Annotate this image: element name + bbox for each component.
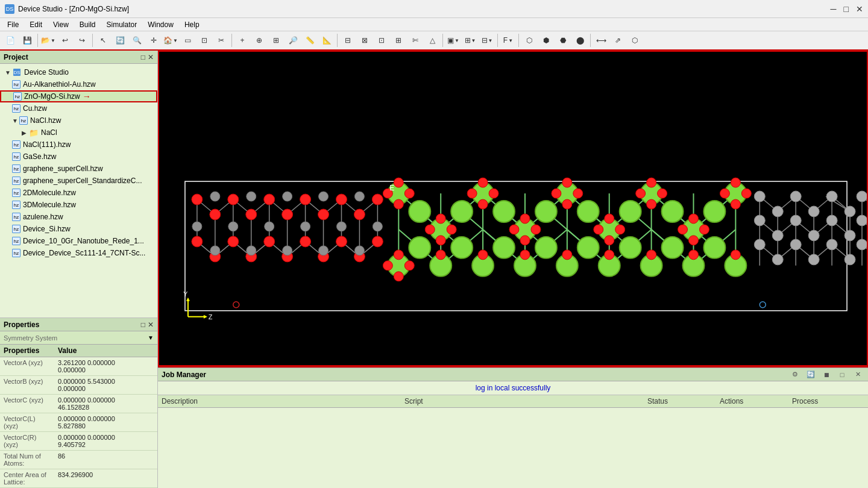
tb-render[interactable]: ⊟▼ <box>479 33 495 48</box>
jm-refresh-btn[interactable]: 🔄 <box>804 368 817 381</box>
svg-point-248 <box>857 215 867 226</box>
menu-simulator[interactable]: Simulator <box>102 20 142 30</box>
symmetry-dropdown[interactable]: Symmetry System ▼ <box>0 331 157 345</box>
tb-center[interactable]: 🏠▼ <box>163 33 178 48</box>
svg-point-47 <box>264 236 275 247</box>
project-expand-button[interactable]: □ <box>141 53 145 61</box>
tb-dist[interactable]: 📏 <box>302 33 318 48</box>
project-close-button[interactable]: ✕ <box>148 53 154 61</box>
tb-cell[interactable]: ▣▼ <box>445 33 461 48</box>
prop-row-vectorc: VectorC (xyz) 0.000000 0.00000046.152828 <box>0 395 157 413</box>
svg-point-123 <box>451 201 473 222</box>
tb-miller[interactable]: △ <box>424 33 440 48</box>
svg-point-129 <box>703 201 725 222</box>
tb-rotate[interactable]: 🔄 <box>112 33 128 48</box>
tb-bond4[interactable]: ⬤ <box>572 33 588 48</box>
properties-close-button[interactable]: ✕ <box>148 321 154 329</box>
file-icon-devsc: hz <box>12 249 20 257</box>
tb-connect[interactable]: ⬡ <box>627 33 643 48</box>
tb-add-atom[interactable]: + <box>234 33 250 48</box>
jm-settings-btn[interactable]: ⚙ <box>788 368 802 381</box>
tree-toggle-nacl-folder[interactable]: ▶ <box>22 130 29 136</box>
tb-open[interactable]: 📂▼ <box>40 33 56 48</box>
svg-point-38 <box>336 194 347 205</box>
tree-item-azulene[interactable]: hz azulene.hzw <box>0 211 157 223</box>
tb-bond3[interactable]: ⬣ <box>555 33 571 48</box>
tb-zoom[interactable]: 🔍 <box>129 33 145 48</box>
tb-supercell[interactable]: ⊟ <box>340 33 356 48</box>
tree-item-nacl[interactable]: ▼ hz NaCl.hzw <box>0 114 157 127</box>
properties-controls: □ ✕ <box>141 321 154 329</box>
menu-help[interactable]: Help <box>180 20 204 30</box>
tree-item-cu[interactable]: hz Cu.hzw <box>0 102 157 114</box>
jm-close-btn[interactable]: ✕ <box>851 368 864 381</box>
prop-name-vectora: VectorA (xyz) <box>0 357 54 376</box>
tb-cleave[interactable]: ✄ <box>407 33 423 48</box>
jm-expand-btn[interactable]: □ <box>835 368 849 381</box>
prop-row-vectora: VectorA (xyz) 3.261200 0.0000000.000000 <box>0 357 157 376</box>
svg-point-154 <box>562 178 572 187</box>
prop-col-value: Value <box>54 345 157 357</box>
file-icon-dev10: hz <box>12 237 20 245</box>
tree-item-graphene2[interactable]: hz graphene_superCell_StandardizeC... <box>0 175 157 187</box>
svg-point-163 <box>658 189 667 198</box>
tb-undo[interactable]: ↩ <box>57 33 73 48</box>
menu-window[interactable]: Window <box>143 20 178 30</box>
tb-surface[interactable]: ⊠ <box>357 33 373 48</box>
tree-item-graphene[interactable]: hz graphene_superCell.hzw <box>0 163 157 175</box>
file-icon-3dmol: hz <box>12 201 20 209</box>
viewport[interactable]: E Y Z <box>158 51 868 368</box>
minimize-button[interactable]: ─ <box>831 4 837 14</box>
tree-item-nacl-folder[interactable]: ▶ 📁 NaCl <box>0 127 157 139</box>
svg-point-238 <box>772 254 783 265</box>
close-button[interactable]: ✕ <box>856 4 863 14</box>
tb-redo[interactable]: ↪ <box>74 33 90 48</box>
job-manager-log: log in local successfully <box>158 381 868 395</box>
menu-build[interactable]: Build <box>75 20 101 30</box>
tb-interface[interactable]: ⊡ <box>374 33 389 48</box>
menu-file[interactable]: File <box>2 20 24 30</box>
tree-item-dev10[interactable]: hz Device_10_0Gr_Nanotube_Rede_1... <box>0 235 157 247</box>
tree-item-root[interactable]: ▼ DS Device Studio <box>0 66 157 78</box>
tb-fit[interactable]: ⊡ <box>197 33 212 48</box>
tb-measure[interactable]: ✂ <box>213 33 229 48</box>
tb-device[interactable]: ⊞ <box>391 33 406 48</box>
tb-translate[interactable]: ✛ <box>146 33 162 48</box>
jm-stop-btn[interactable]: ⏹ <box>820 368 833 381</box>
tree-item-gase[interactable]: hz GaSe.hzw <box>0 151 157 163</box>
tb-sep-3 <box>231 34 232 47</box>
prop-name-vectorcr: VectorC(R) (xyz) <box>0 432 54 451</box>
maximize-button[interactable]: □ <box>844 4 849 14</box>
tb-bond2[interactable]: ⬢ <box>538 33 554 48</box>
properties-expand-button[interactable]: □ <box>141 321 145 329</box>
tb-sym[interactable]: ⊞ <box>268 33 284 48</box>
tb-share[interactable]: ⇗ <box>610 33 626 48</box>
svg-point-152 <box>509 225 519 234</box>
tb-force[interactable]: F▼ <box>500 33 516 48</box>
tb-angle[interactable]: 📐 <box>319 33 335 48</box>
tb-display[interactable]: ⊞▼ <box>462 33 478 48</box>
tree-item-2dmol[interactable]: hz 2DMolecule.hzw <box>0 187 157 199</box>
menu-edit[interactable]: Edit <box>25 20 47 30</box>
tb-frame[interactable]: ▭ <box>180 33 195 48</box>
tree-item-nacl111[interactable]: hz NaCl(111).hzw <box>0 139 157 151</box>
project-panel-title: Project <box>4 53 28 61</box>
tree-toggle-nacl[interactable]: ▼ <box>12 117 19 124</box>
tb-select[interactable]: ↖ <box>95 33 111 48</box>
tree-item-au[interactable]: hz Au-Alkanethiol-Au.hzw <box>0 78 157 90</box>
tree-item-devsi[interactable]: hz Device_Si.hzw <box>0 223 157 235</box>
tb-new[interactable]: 📄 <box>2 33 18 48</box>
tree-item-devsc[interactable]: hz Device_Device_Sc111-14_7CNT-Sc... <box>0 247 157 259</box>
tb-periodic[interactable]: ⟷ <box>593 33 609 48</box>
tree-item-zno[interactable]: hz ZnO-MgO-Si.hzw → <box>0 90 157 102</box>
tb-save[interactable]: 💾 <box>19 33 35 48</box>
svg-point-167 <box>699 225 709 234</box>
tb-search[interactable]: 🔎 <box>285 33 301 48</box>
tb-bond1[interactable]: ⬡ <box>521 33 537 48</box>
tb-add-bond[interactable]: ⊕ <box>251 33 267 48</box>
prop-name-vectorc: VectorC (xyz) <box>0 395 54 413</box>
tb-sep-1 <box>37 34 38 47</box>
menu-view[interactable]: View <box>48 20 74 30</box>
tree-toggle-root[interactable]: ▼ <box>5 69 12 76</box>
tree-item-3dmol[interactable]: hz 3DMolecule.hzw <box>0 199 157 211</box>
